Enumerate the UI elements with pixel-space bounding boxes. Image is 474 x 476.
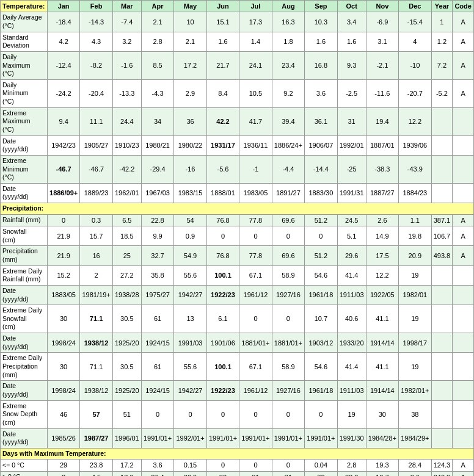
cell-value: 1961/18 bbox=[305, 285, 337, 305]
cell-value: -4.3 bbox=[141, 79, 173, 107]
header-may: May bbox=[174, 1, 206, 12]
cell-value: -20.4 bbox=[80, 79, 112, 107]
cell-value: -15.4 bbox=[399, 12, 431, 32]
cell-value: 46 bbox=[47, 400, 79, 428]
table-row: Rainfall (mm)00.36.522.85476.877.869.651… bbox=[1, 214, 474, 226]
cell-value: 1992/01+ bbox=[174, 428, 206, 448]
cell-value: 1991/31 bbox=[337, 183, 366, 203]
cell-value bbox=[431, 333, 453, 353]
cell-value: A bbox=[453, 246, 474, 265]
cell-value: 21.9 bbox=[47, 226, 79, 246]
cell-value: 24.4 bbox=[112, 107, 141, 135]
cell-value: 10.3 bbox=[305, 12, 337, 32]
cell-value: -20.7 bbox=[399, 79, 431, 107]
row-label: ExtremeMinimum(°C) bbox=[1, 155, 48, 183]
cell-value: 1884/23 bbox=[399, 183, 431, 203]
cell-value bbox=[431, 428, 453, 448]
cell-value: 1906/07 bbox=[305, 135, 337, 155]
cell-value: 0 bbox=[305, 226, 337, 246]
header-row: Temperature: Jan Feb Mar Apr May Jun Jul… bbox=[1, 1, 474, 12]
header-sep: Sep bbox=[305, 1, 337, 12]
cell-value: 1888/01 bbox=[206, 183, 239, 203]
header-apr: Apr bbox=[141, 1, 173, 12]
cell-value bbox=[431, 285, 453, 305]
cell-value: 0 bbox=[141, 400, 173, 428]
cell-value: 16.8 bbox=[305, 51, 337, 79]
row-label: Extreme DailyPrecipitation(mm) bbox=[1, 353, 48, 381]
cell-value: 0 bbox=[206, 400, 239, 428]
cell-value: 3.1 bbox=[366, 32, 398, 51]
cell-value: 5.1 bbox=[337, 226, 366, 246]
cell-value: -5.6 bbox=[206, 155, 239, 183]
cell-value: -10 bbox=[399, 51, 431, 79]
cell-value: 1982/01+ bbox=[399, 381, 431, 400]
cell-value: 17.3 bbox=[239, 12, 272, 32]
cell-value: 71.1 bbox=[80, 353, 112, 381]
table-row: DailyMaximum(°C)-12.4-8.2-1.68.517.221.7… bbox=[1, 51, 474, 79]
cell-value: 1886/09+ bbox=[47, 183, 79, 203]
cell-value: 54 bbox=[174, 214, 206, 226]
cell-value: -46.7 bbox=[47, 155, 79, 183]
cell-value: 42.2 bbox=[206, 107, 239, 135]
cell-value: 67.1 bbox=[239, 265, 272, 285]
cell-value: 1883/30 bbox=[305, 183, 337, 203]
cell-value: 22.8 bbox=[141, 214, 173, 226]
cell-value: 30 bbox=[366, 400, 398, 428]
cell-value: 1998/17 bbox=[399, 333, 431, 353]
cell-value: 41.1 bbox=[366, 353, 398, 381]
cell-value: -46.7 bbox=[80, 155, 112, 183]
cell-value: 0 bbox=[272, 460, 304, 471]
cell-value: 1991/01+ bbox=[305, 428, 337, 448]
cell-value: 240.9 bbox=[431, 471, 453, 476]
cell-value: 1925/20 bbox=[112, 381, 141, 400]
table-row: Date(yyyy/dd)1886/09+1889/231962/011967/… bbox=[1, 183, 474, 203]
cell-value: 17.2 bbox=[174, 51, 206, 79]
table-row: Precipitation(mm)21.9162532.754.976.877.… bbox=[1, 246, 474, 265]
days-label: Days with Maximum Temperature: bbox=[1, 448, 474, 460]
table-row: DailyMinimum(°C)-24.2-20.4-13.3-4.32.98.… bbox=[1, 79, 474, 107]
cell-value: 6.1 bbox=[206, 305, 239, 333]
table-row: Date(yyyy/dd)1998/241938/121925/201924/1… bbox=[1, 381, 474, 400]
cell-value bbox=[431, 305, 453, 333]
cell-value bbox=[431, 183, 453, 203]
cell-value: 1961/18 bbox=[305, 381, 337, 400]
cell-value: 2.6 bbox=[399, 471, 431, 476]
cell-value: 124.3 bbox=[431, 460, 453, 471]
cell-value: 1938/12 bbox=[80, 381, 112, 400]
cell-value: 1901/06 bbox=[206, 333, 239, 353]
cell-value: 0 bbox=[206, 226, 239, 246]
cell-value bbox=[453, 107, 474, 135]
cell-value: 1886/24+ bbox=[272, 135, 304, 155]
cell-value bbox=[431, 400, 453, 428]
cell-value: 1905/27 bbox=[80, 135, 112, 155]
cell-value: 39.4 bbox=[272, 107, 304, 135]
cell-value: 1991/01+ bbox=[239, 428, 272, 448]
header-oct: Oct bbox=[337, 1, 366, 12]
cell-value: 0 bbox=[239, 400, 272, 428]
cell-value: 18.5 bbox=[112, 226, 141, 246]
cell-value: 1981/19+ bbox=[80, 285, 112, 305]
cell-value: 16 bbox=[80, 246, 112, 265]
header-feb: Feb bbox=[80, 1, 112, 12]
cell-value: 21.9 bbox=[47, 246, 79, 265]
cell-value: 4.5 bbox=[80, 471, 112, 476]
cell-value bbox=[431, 265, 453, 285]
cell-value: 1922/05 bbox=[366, 285, 398, 305]
cell-value bbox=[431, 381, 453, 400]
cell-value: 0 bbox=[305, 400, 337, 428]
row-label: StandardDeviation bbox=[1, 32, 48, 51]
header-mar: Mar bbox=[112, 1, 141, 12]
cell-value: -42.2 bbox=[112, 155, 141, 183]
cell-value: 9.3 bbox=[337, 51, 366, 79]
cell-value: 2 bbox=[80, 265, 112, 285]
cell-value: 1883/05 bbox=[47, 285, 79, 305]
cell-value: 30 bbox=[47, 305, 79, 333]
cell-value: 31 bbox=[272, 471, 304, 476]
table-row: Daily Average(°C)-18.4-14.3-7.42.11015.1… bbox=[1, 12, 474, 32]
cell-value bbox=[453, 400, 474, 428]
cell-value: 1991/01+ bbox=[272, 428, 304, 448]
header-code: Code bbox=[453, 1, 474, 12]
cell-value: 1 bbox=[431, 12, 453, 32]
cell-value: 23.8 bbox=[80, 460, 112, 471]
cell-value: 30.5 bbox=[112, 353, 141, 381]
